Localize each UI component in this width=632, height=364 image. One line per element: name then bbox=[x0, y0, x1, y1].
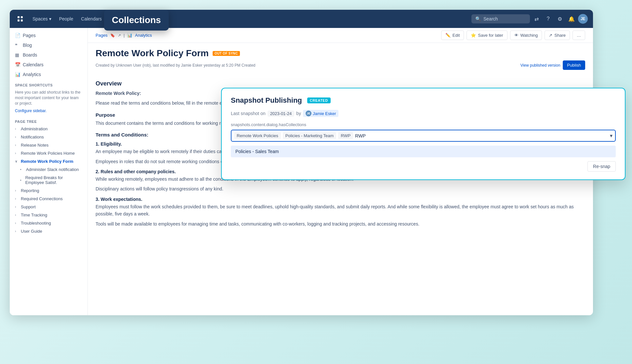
star-icon: ⭐ bbox=[471, 33, 476, 38]
chevron-right-icon: › bbox=[15, 151, 19, 155]
space-shortcuts-title: SPACE SHORTCUTS bbox=[10, 79, 87, 88]
sidebar-item-analytics[interactable]: 📊 Analytics bbox=[10, 70, 87, 79]
breadcrumb: Pages 🔖 ↗ | 📊 Analytics bbox=[96, 33, 152, 38]
grid-menu-icon[interactable] bbox=[15, 14, 25, 24]
people-nav-item[interactable]: People bbox=[56, 14, 77, 23]
breadcrumb-analytics[interactable]: Analytics bbox=[135, 33, 152, 38]
watching-button[interactable]: 👁 Watching bbox=[510, 31, 542, 40]
help-icon-btn[interactable]: ? bbox=[543, 14, 553, 24]
shuffle-icon-btn[interactable]: ⇄ bbox=[531, 14, 542, 24]
tree-item-required-breaks[interactable]: • Required Breaks for Employee Satisf. bbox=[10, 174, 87, 187]
collections-input-area[interactable]: Remote Work Policies Policies - Marketin… bbox=[231, 130, 616, 142]
tree-item-administer-slack[interactable]: • Administer Slack notification bbox=[10, 165, 87, 174]
created-badge: CREATED bbox=[307, 98, 331, 103]
resnap-button[interactable]: Re-snap bbox=[587, 161, 616, 172]
share-icon: ↗ bbox=[549, 33, 552, 38]
edit-button[interactable]: ✏️ Edit bbox=[441, 31, 464, 40]
sidebar-calendars-label: Calendars bbox=[23, 62, 44, 67]
chevron-right-icon: › bbox=[15, 213, 19, 217]
sidebar-item-calendars[interactable]: 📅 Calendars bbox=[10, 60, 87, 70]
calendars-icon: 📅 bbox=[15, 62, 20, 67]
blog-icon: ❝ bbox=[15, 43, 20, 48]
tree-item-user-guide[interactable]: › User Guide bbox=[10, 227, 87, 235]
tree-item-remote-work-policy-form[interactable]: ∨ Remote Work Policy Form bbox=[10, 157, 87, 165]
notifications-icon-btn[interactable]: 🔔 bbox=[566, 14, 577, 24]
work-expectations-heading: 3. Work expectations. bbox=[96, 197, 585, 202]
more-actions-button[interactable]: … bbox=[573, 31, 585, 40]
page-action-buttons: ✏️ Edit ⭐ Save for later 👁 Watching ↗ Sh… bbox=[441, 31, 585, 40]
sidebar-item-blog[interactable]: ❝ Blog bbox=[10, 40, 87, 50]
settings-icon-btn[interactable]: ⚙ bbox=[555, 14, 565, 24]
chevron-right-icon: › bbox=[15, 135, 19, 139]
sidebar-item-boards[interactable]: ▦ Boards bbox=[10, 50, 87, 60]
tag-policies-marketing: Policies - Marketing Team bbox=[283, 132, 336, 139]
bullet-icon: • bbox=[20, 168, 24, 171]
collections-search-input[interactable] bbox=[355, 133, 608, 138]
collections-tooltip: Collections bbox=[104, 10, 169, 31]
tag-remote-work-policies: Remote Work Policies bbox=[234, 132, 281, 139]
tree-item-time-tracking[interactable]: › Time Tracking bbox=[10, 211, 87, 219]
spaces-nav-item[interactable]: Spaces ▾ bbox=[29, 14, 55, 23]
dropdown-chevron-icon[interactable]: ▾ bbox=[610, 133, 612, 139]
chevron-down-icon: ∨ bbox=[15, 160, 19, 163]
chevron-right-icon: › bbox=[15, 197, 19, 201]
chevron-right-icon: › bbox=[15, 189, 19, 192]
tag-rwp: RWP bbox=[338, 132, 353, 139]
page-meta-text: Created by Unknown User (rob), last modi… bbox=[96, 63, 256, 68]
snapshot-publishing-dialog: Snapshot Publishing CREATED Last snapsho… bbox=[221, 88, 625, 180]
bookmark-icon: 🔖 bbox=[110, 33, 115, 38]
sidebar-blog-label: Blog bbox=[23, 43, 32, 48]
tree-item-administration[interactable]: › Administration bbox=[10, 125, 87, 133]
share-button[interactable]: ↗ Share bbox=[545, 31, 570, 40]
out-of-sync-badge: OUT OF SYNC bbox=[213, 51, 240, 56]
boards-icon: ▦ bbox=[15, 52, 20, 58]
tree-item-required-connections[interactable]: › Required Connections bbox=[10, 195, 87, 203]
sidebar-boards-label: Boards bbox=[23, 52, 37, 58]
calendars-nav-item[interactable]: Calendars bbox=[78, 14, 105, 23]
sidebar-pages-label: Pages bbox=[23, 33, 36, 38]
breadcrumb-pages[interactable]: Pages bbox=[96, 33, 108, 38]
work-expectations-text2: Tools will be made available to employee… bbox=[96, 220, 585, 228]
overview-heading: Overview bbox=[96, 80, 585, 87]
search-bar[interactable]: 🔍 Search bbox=[471, 14, 530, 23]
configure-sidebar-link[interactable]: Configure sidebar. bbox=[10, 109, 87, 116]
snapshot-date: 2023-01-24 bbox=[268, 110, 295, 117]
chevron-right-icon: › bbox=[15, 221, 19, 225]
eye-icon: 👁 bbox=[514, 33, 519, 38]
save-for-later-button[interactable]: ⭐ Save for later bbox=[467, 31, 507, 40]
edit-icon: ✏️ bbox=[445, 33, 451, 38]
top-navigation: Spaces ▾ People Calendars Analytics Crea… bbox=[10, 10, 593, 28]
user-avatar-small: JE bbox=[306, 110, 311, 116]
svg-rect-3 bbox=[21, 20, 23, 21]
work-expectations-text1: Employees must follow the work schedules… bbox=[96, 203, 585, 218]
sidebar-item-pages[interactable]: 📄 Pages bbox=[10, 31, 87, 40]
dropdown-option-sales-team[interactable]: Policies - Sales Team bbox=[231, 146, 616, 157]
shortcuts-description: Here you can add shortcut links to the m… bbox=[10, 88, 87, 109]
sidebar-analytics-label: Analytics bbox=[23, 72, 41, 77]
user-avatar[interactable]: JE bbox=[578, 14, 588, 24]
page-tree-title: PAGE TREE bbox=[10, 116, 87, 125]
svg-rect-1 bbox=[21, 16, 23, 18]
snapshot-footer: Re-snap bbox=[231, 161, 616, 172]
tree-item-remote-work-policies-home[interactable]: › Remote Work Policies Home bbox=[10, 149, 87, 157]
svg-rect-2 bbox=[18, 20, 20, 21]
chevron-right-icon: › bbox=[15, 205, 19, 209]
view-published-button[interactable]: View published version bbox=[520, 63, 560, 68]
svg-rect-0 bbox=[18, 16, 20, 18]
snapshot-user-badge: JE Jamie Esker bbox=[303, 110, 339, 117]
page-title: Remote Work Policy Form bbox=[96, 48, 209, 58]
page-title-area: Remote Work Policy Form OUT OF SYNC Crea… bbox=[88, 43, 593, 72]
rules-text2: Disciplinary actions will follow policy … bbox=[96, 185, 585, 192]
tree-item-release-notes[interactable]: › Release Notes bbox=[10, 141, 87, 149]
analytics-icon: 📊 bbox=[15, 72, 20, 77]
tree-item-troubleshooting[interactable]: › Troubleshooting bbox=[10, 219, 87, 227]
search-placeholder: Search bbox=[483, 16, 498, 21]
sidebar: 📄 Pages ❝ Blog ▦ Boards 📅 Calendars 📊 An… bbox=[10, 28, 88, 315]
chevron-right-icon: › bbox=[15, 143, 19, 147]
publish-button[interactable]: Publish bbox=[563, 60, 585, 70]
tree-item-support[interactable]: › Support bbox=[10, 203, 87, 211]
tree-item-reporting[interactable]: › Reporting bbox=[10, 187, 87, 195]
bullet-icon: • bbox=[20, 178, 23, 182]
chevron-right-icon: › bbox=[15, 127, 19, 131]
tree-item-notifications[interactable]: › Notifications bbox=[10, 133, 87, 141]
